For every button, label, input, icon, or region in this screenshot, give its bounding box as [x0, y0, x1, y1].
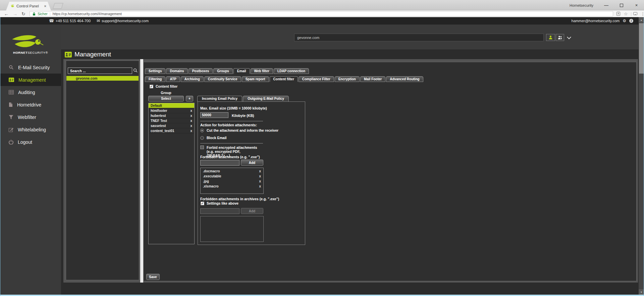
settings-gear-icon[interactable]: ⚙	[623, 18, 626, 23]
add-group-button[interactable]: +	[186, 96, 193, 101]
main-content: Management gevonne.com SettingsDomainsPo…	[61, 49, 644, 296]
remove-group-icon[interactable]	[190, 114, 192, 118]
vertical-splitter[interactable]	[140, 59, 143, 283]
sidebar-item-auditing[interactable]: Auditing	[0, 86, 61, 98]
tab[interactable]: Settings	[145, 68, 165, 74]
group-row[interactable]: htmlfooter	[149, 108, 194, 113]
subtab[interactable]: Filtering	[145, 76, 165, 82]
scrollbar-thumb[interactable]	[639, 23, 644, 74]
remove-attachment-icon[interactable]	[259, 179, 261, 183]
scroll-down-icon[interactable]: ▼	[639, 289, 644, 295]
forbidden-attachment-row[interactable]: .docmacro	[201, 169, 263, 174]
chevron-down-icon[interactable]	[567, 35, 571, 39]
subtab[interactable]: Encryption	[335, 76, 360, 82]
remove-attachment-icon[interactable]	[259, 184, 261, 188]
filter-funnel-icon	[9, 115, 13, 120]
remove-attachment-icon[interactable]	[259, 174, 261, 178]
remove-group-icon[interactable]	[190, 124, 192, 128]
archive-add-button[interactable]: Add	[241, 208, 263, 214]
bookmark-star-icon[interactable]: ☆	[624, 11, 628, 16]
user-email: hammer@hornetsecurity.com	[572, 19, 620, 23]
scroll-up-icon[interactable]: ▲	[639, 17, 644, 23]
group-row[interactable]: TNEF Test	[149, 118, 194, 123]
radio-icon[interactable]	[200, 129, 204, 132]
group-row[interactable]: hubertest	[149, 113, 194, 118]
group-name: content_test01	[151, 129, 174, 133]
info-icon[interactable]: i	[629, 19, 633, 23]
forbidden-attachment-input[interactable]	[200, 160, 239, 166]
browser-profile-label[interactable]: Hornetsecurity	[570, 3, 593, 7]
translate-icon[interactable]	[616, 11, 620, 16]
page-scrollbar[interactable]: ▲ ▼	[639, 17, 644, 296]
sidebar-item-whitelabeling[interactable]: Whitelabeling	[0, 123, 61, 136]
subtab[interactable]: Archiving	[181, 76, 204, 82]
support-contact[interactable]: ✉ support@hornetsecurity.com	[97, 18, 149, 23]
subtab-label: Content filter	[273, 77, 294, 81]
new-tab-button[interactable]	[53, 3, 63, 9]
subtab[interactable]: Compliance Filter	[299, 76, 334, 82]
tab[interactable]: Domains	[166, 68, 187, 74]
group-row[interactable]: content_test01	[149, 128, 194, 133]
tab-label: Domains	[170, 69, 184, 73]
subtab[interactable]: Spam report	[242, 76, 269, 82]
content-filter-checkbox[interactable]	[150, 85, 153, 88]
user-scope-button[interactable]	[546, 34, 555, 41]
policy-tab[interactable]: Outgoing E-Mail Policy	[243, 96, 289, 102]
tab[interactable]: Postboxes	[189, 68, 213, 74]
browser-menu-icon[interactable]: ⋮	[641, 11, 644, 16]
forbid-encrypted-checkbox[interactable]	[200, 145, 204, 149]
action-option-block[interactable]: Block Email	[200, 136, 227, 140]
domain-select-input[interactable]	[294, 34, 544, 41]
sidebar-item-email-security[interactable]: E-Mail Security	[0, 61, 61, 74]
sidebar-item-webfilter[interactable]: Webfilter	[0, 111, 61, 123]
window-minimize-button[interactable]: —	[599, 0, 614, 10]
separator	[200, 143, 263, 143]
tab[interactable]: Web filter	[251, 68, 273, 74]
save-button[interactable]: Save	[146, 274, 160, 280]
sidebar-item-management[interactable]: Management	[0, 74, 61, 86]
tab[interactable]: Email	[233, 68, 250, 74]
address-bar[interactable]: Sicher | https://cp.hornetsecurity.com/#…	[30, 11, 613, 16]
subtab[interactable]: Mail Footer	[360, 76, 385, 82]
sidebar-item-logout[interactable]: Logout	[0, 136, 61, 148]
forward-button[interactable]: →	[13, 10, 17, 17]
forbidden-attachment-row[interactable]: .executable	[201, 174, 263, 179]
back-button[interactable]: ←	[4, 10, 9, 17]
search-input[interactable]	[68, 68, 132, 74]
settings-like-above-checkbox[interactable]	[201, 202, 204, 205]
max-size-input[interactable]	[200, 112, 228, 118]
forbidden-attachment-row[interactable]: .xlsmacro	[201, 184, 263, 189]
policy-tab[interactable]: Incoming Email Policy	[197, 96, 242, 102]
group-name: TNEF Test	[151, 119, 167, 123]
select-group-button[interactable]: Select	[148, 96, 184, 101]
domain-list-item[interactable]: gevonne.com	[66, 76, 139, 81]
subtab[interactable]: Continuity Service	[204, 76, 241, 82]
subtab[interactable]: Content filter	[270, 76, 298, 82]
remove-group-icon[interactable]	[190, 109, 192, 113]
reload-button[interactable]: ↻	[21, 10, 25, 17]
remove-group-icon[interactable]	[190, 129, 192, 133]
remove-group-icon[interactable]	[190, 119, 192, 123]
cast-icon[interactable]	[633, 11, 637, 16]
subtab[interactable]: Advanced Routing	[386, 76, 423, 82]
add-attachment-button[interactable]: Add	[241, 160, 263, 166]
remove-attachment-icon[interactable]	[259, 169, 261, 173]
browser-tab[interactable]: Control Panel ×	[6, 2, 51, 10]
group-row[interactable]: Default	[149, 103, 194, 108]
archive-attachment-input[interactable]	[200, 208, 239, 214]
window-close-button[interactable]: ×	[629, 0, 644, 10]
primary-tabs: SettingsDomainsPostboxesGroupsEmailWeb f…	[145, 68, 309, 74]
group-row[interactable]: sassetest	[149, 123, 194, 128]
settings-like-above-toggle[interactable]: Settings like above	[201, 201, 238, 205]
subtab[interactable]: ATP	[166, 76, 180, 82]
group-scope-button[interactable]	[556, 34, 564, 41]
sidebar-item-hornetdrive[interactable]: Hornetdrive	[0, 98, 61, 111]
window-maximize-button[interactable]	[614, 0, 629, 10]
radio-icon[interactable]	[200, 136, 204, 140]
tab[interactable]: LDAP connection	[274, 68, 309, 74]
tab-close-icon[interactable]: ×	[44, 4, 46, 8]
content-filter-toggle[interactable]: Content filter	[150, 84, 177, 88]
action-option-cut[interactable]: Cut the attachment and inform the receiv…	[200, 128, 278, 132]
forbidden-attachment-row[interactable]: .jpg	[201, 179, 263, 184]
tab[interactable]: Groups	[213, 68, 233, 74]
